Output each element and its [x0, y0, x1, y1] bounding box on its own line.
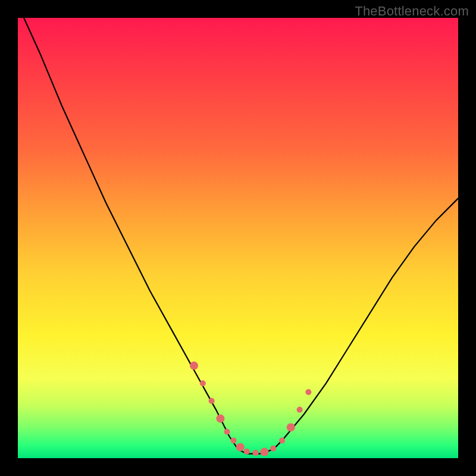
curve-marker — [224, 429, 230, 435]
curve-marker — [297, 407, 303, 413]
chart-svg — [18, 18, 458, 458]
curve-marker — [216, 414, 224, 422]
curve-line — [18, 5, 458, 454]
curve-marker — [253, 450, 259, 456]
curve-marker — [209, 398, 215, 404]
curve-marker — [287, 423, 295, 431]
curve-marker — [190, 362, 198, 370]
curve-marker — [279, 437, 285, 443]
curve-marker — [260, 448, 268, 456]
watermark-text: TheBottleneck.com — [355, 4, 469, 19]
curve-marker — [236, 443, 245, 452]
curve-marker — [200, 380, 206, 386]
curve-markers — [190, 362, 311, 456]
curve-marker — [231, 437, 237, 443]
plot-area — [18, 18, 458, 458]
curve-marker — [305, 389, 311, 395]
curve-marker — [270, 446, 276, 452]
curve-marker — [244, 449, 250, 455]
chart-stage: TheBottleneck.com — [0, 0, 476, 476]
